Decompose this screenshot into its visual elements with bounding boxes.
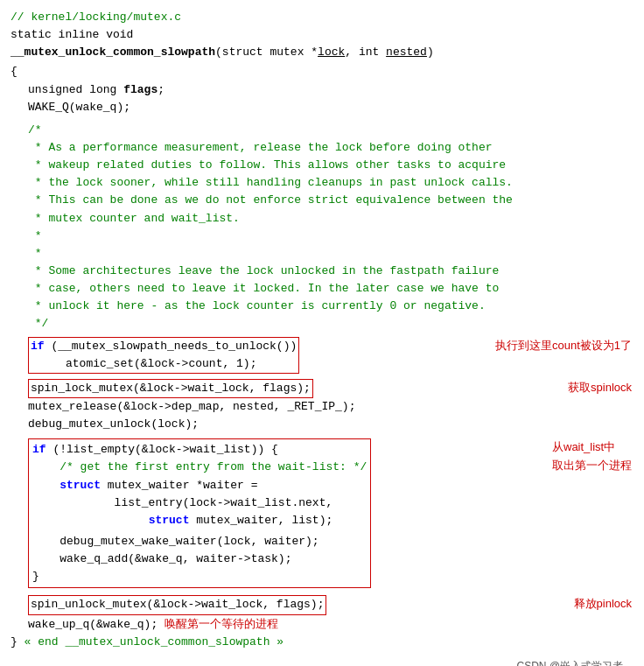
func-name: __mutex_unlock_common_slowpath bbox=[10, 46, 215, 59]
comment-line-9: * Some architectures leave the lock unlo… bbox=[28, 263, 634, 280]
if-keyword: if (__mutex_slowpath_needs_to_unlock()) bbox=[31, 340, 297, 353]
annotation-wait-list: 从wait_list中 取出第一个进程 bbox=[552, 438, 632, 475]
file-comment-text: // kernel/locking/mutex.c bbox=[10, 11, 181, 24]
func-signature: __mutex_unlock_common_slowpath(struct mu… bbox=[10, 44, 634, 61]
mutex-unlock-check-block: if (__mutex_slowpath_needs_to_unlock()) … bbox=[10, 337, 634, 374]
comment-line-3: * wakeup related duties to follow. This … bbox=[28, 157, 634, 174]
open-brace-line: { bbox=[10, 63, 634, 81]
annotation-wait-list-line1: 从wait_list中 bbox=[552, 440, 615, 453]
list-entry-line: list_entry(lock->wait_list.next, bbox=[32, 494, 367, 512]
wake-up-q-line: wake_up_q(&wake_q);唤醒第一个等待的进程 bbox=[10, 615, 634, 634]
close-brace-if: } bbox=[32, 568, 367, 585]
comment-line-7: * bbox=[28, 228, 634, 245]
footer: CSDN @嵌入式学习者。 bbox=[10, 658, 634, 666]
struct-mutex-waiter-line: struct mutex_waiter, list); bbox=[32, 512, 367, 529]
func-paren-close: ) bbox=[427, 46, 434, 59]
list-empty-wrapper: if (!list_empty(&lock->wait_list)) { /* … bbox=[10, 438, 371, 588]
func-static-text: static inline void bbox=[10, 28, 133, 41]
comment-line-6: * mutex counter and wait_list. bbox=[28, 210, 634, 228]
flags-line: unsigned long flags; bbox=[10, 81, 634, 99]
wake-q-add-line: wake_q_add(&wake_q, waiter->task); bbox=[32, 550, 367, 568]
func-param-lock: lock bbox=[318, 46, 345, 59]
list-empty-comment: /* get the first entry from the wait-lis… bbox=[32, 459, 367, 476]
blank4 bbox=[10, 588, 634, 593]
annotation-count-set: 执行到这里count被设为1了 bbox=[495, 337, 632, 354]
flags-var: flags bbox=[123, 83, 158, 96]
annotation-wait-list-line2: 取出第一个进程 bbox=[552, 459, 632, 472]
list-empty-box: if (!list_empty(&lock->wait_list)) { /* … bbox=[28, 438, 371, 588]
comment-line-10: * case, others need to leave it locked. … bbox=[28, 280, 634, 298]
comment-line-5: * This can be done as we do not enforce … bbox=[28, 192, 634, 209]
footer-text: CSDN @嵌入式学习者。 bbox=[516, 660, 634, 666]
annotation-release-spinlock: 释放pinlock bbox=[574, 595, 632, 613]
code-area: // kernel/locking/mutex.c static inline … bbox=[10, 9, 634, 651]
comment-line-4: * the lock sooner, while still handling … bbox=[28, 174, 634, 192]
func-param-struct: struct mutex * bbox=[222, 46, 318, 59]
comment-line-8: * bbox=[28, 245, 634, 263]
func-static-line: static inline void bbox=[10, 26, 634, 44]
struct-waiter-line: struct mutex_waiter *waiter = bbox=[32, 477, 367, 494]
mutex-release-line: mutex_release(&lock->dep_map, nested, _R… bbox=[10, 398, 634, 416]
end-comment: « end __mutex_unlock_common_slowpath » bbox=[24, 635, 284, 648]
blank2 bbox=[10, 374, 634, 377]
func-param-nested: nested bbox=[386, 46, 427, 59]
spin-lock-box: spin_lock_mutex(&lock->wait_lock, flags)… bbox=[28, 379, 313, 398]
debug-wake-line: debug_mutex_wake_waiter(lock, waiter); bbox=[32, 533, 367, 550]
spin-unlock-wrapper: spin_unlock_mutex(&lock->wait_lock, flag… bbox=[10, 595, 326, 614]
comment-line-1: /* bbox=[28, 122, 634, 139]
debug-mutex-unlock-line: debug_mutex_unlock(lock); bbox=[10, 416, 634, 433]
func-comma: , int bbox=[345, 46, 386, 59]
list-empty-block: if (!list_empty(&lock->wait_list)) { /* … bbox=[10, 438, 634, 588]
mutex-unlock-if-box: if (__mutex_slowpath_needs_to_unlock()) … bbox=[28, 337, 299, 374]
func-paren-open: ( bbox=[215, 46, 222, 59]
annotation-spinlock: 获取spinlock bbox=[568, 379, 632, 396]
spin-lock-block: spin_lock_mutex(&lock->wait_lock, flags)… bbox=[10, 379, 634, 398]
list-empty-if-line: if (!list_empty(&lock->wait_list)) { bbox=[32, 441, 367, 459]
spin-lock-line-wrapper: spin_lock_mutex(&lock->wait_lock, flags)… bbox=[10, 379, 313, 398]
comment-line-12: */ bbox=[28, 315, 634, 333]
spin-unlock-box: spin_unlock_mutex(&lock->wait_lock, flag… bbox=[28, 595, 326, 614]
comment-line-2: * As a performance measurement, release … bbox=[28, 139, 634, 157]
wake-q-line: WAKE_Q(wake_q); bbox=[10, 99, 634, 116]
comment-line-11: * unlock it here - as the lock counter i… bbox=[28, 298, 634, 315]
spin-unlock-block: spin_unlock_mutex(&lock->wait_lock, flag… bbox=[10, 595, 634, 614]
comment-block: /* * As a performance measurement, relea… bbox=[10, 122, 634, 333]
close-brace-outer: } « end __mutex_unlock_common_slowpath » bbox=[10, 634, 634, 651]
atomic-set-line: atomic_set(&lock->count, 1); bbox=[31, 355, 256, 373]
file-comment: // kernel/locking/mutex.c bbox=[10, 9, 634, 26]
annotation-wake-up-inline: 唤醒第一个等待的进程 bbox=[164, 617, 278, 630]
mutex-unlock-if-line: if (__mutex_slowpath_needs_to_unlock()) … bbox=[10, 337, 299, 374]
